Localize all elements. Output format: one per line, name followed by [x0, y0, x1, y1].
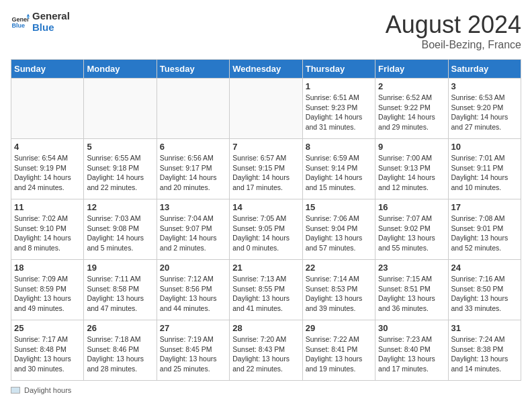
day-number: 30 — [378, 323, 445, 333]
calendar-day-cell: 22Sunrise: 7:14 AM Sunset: 8:53 PM Dayli… — [302, 260, 375, 320]
logo-icon: General Blue — [11, 13, 30, 32]
calendar-day-cell: 16Sunrise: 7:07 AM Sunset: 9:02 PM Dayli… — [375, 199, 448, 260]
location-title: Boeil-Bezing, France — [386, 39, 521, 51]
day-number: 18 — [14, 263, 81, 273]
day-number: 31 — [451, 323, 518, 333]
day-info: Sunrise: 7:12 AM Sunset: 8:56 PM Dayligh… — [160, 274, 226, 314]
day-info: Sunrise: 7:09 AM Sunset: 8:59 PM Dayligh… — [14, 274, 81, 314]
day-number: 22 — [306, 263, 372, 273]
calendar-day-cell: 12Sunrise: 7:03 AM Sunset: 9:08 PM Dayli… — [84, 199, 157, 260]
day-info: Sunrise: 7:22 AM Sunset: 8:41 PM Dayligh… — [306, 334, 372, 374]
day-number: 9 — [378, 142, 445, 152]
calendar-day-cell: 14Sunrise: 7:05 AM Sunset: 9:05 PM Dayli… — [230, 199, 302, 260]
day-number: 13 — [160, 202, 226, 212]
day-info: Sunrise: 7:20 AM Sunset: 8:43 PM Dayligh… — [232, 334, 299, 374]
calendar-day-cell: 7Sunrise: 6:57 AM Sunset: 9:15 PM Daylig… — [230, 139, 302, 199]
day-number: 24 — [451, 263, 518, 273]
calendar-day-cell — [11, 79, 84, 139]
day-info: Sunrise: 6:55 AM Sunset: 9:18 PM Dayligh… — [87, 153, 153, 193]
calendar-header-row: SundayMondayTuesdayWednesdayThursdayFrid… — [11, 60, 521, 79]
day-info: Sunrise: 6:59 AM Sunset: 9:14 PM Dayligh… — [306, 153, 372, 193]
calendar-day-cell: 20Sunrise: 7:12 AM Sunset: 8:56 PM Dayli… — [157, 260, 229, 320]
calendar-day-cell: 25Sunrise: 7:17 AM Sunset: 8:48 PM Dayli… — [11, 320, 84, 381]
day-info: Sunrise: 6:56 AM Sunset: 9:17 PM Dayligh… — [160, 153, 226, 193]
day-number: 29 — [306, 323, 372, 333]
logo-blue-text: Blue — [32, 22, 70, 34]
day-number: 7 — [232, 142, 299, 152]
day-number: 11 — [14, 202, 81, 212]
day-number: 2 — [378, 81, 445, 91]
legend-color-box — [11, 387, 20, 394]
day-info: Sunrise: 6:57 AM Sunset: 9:15 PM Dayligh… — [232, 153, 299, 193]
day-number: 15 — [306, 202, 372, 212]
month-year-title: August 2024 — [386, 11, 521, 39]
svg-text:Blue: Blue — [11, 22, 25, 29]
calendar-day-cell: 29Sunrise: 7:22 AM Sunset: 8:41 PM Dayli… — [302, 320, 375, 381]
day-info: Sunrise: 7:11 AM Sunset: 8:58 PM Dayligh… — [87, 274, 153, 314]
calendar-day-cell: 30Sunrise: 7:23 AM Sunset: 8:40 PM Dayli… — [375, 320, 448, 381]
day-number: 19 — [87, 263, 153, 273]
day-info: Sunrise: 7:18 AM Sunset: 8:46 PM Dayligh… — [87, 334, 153, 374]
legend-label: Daylight hours — [24, 386, 71, 394]
day-number: 1 — [306, 81, 372, 91]
calendar-day-cell: 9Sunrise: 7:00 AM Sunset: 9:13 PM Daylig… — [375, 139, 448, 199]
day-number: 17 — [451, 202, 518, 212]
day-info: Sunrise: 7:03 AM Sunset: 9:08 PM Dayligh… — [87, 214, 153, 253]
calendar-day-cell: 31Sunrise: 7:24 AM Sunset: 8:38 PM Dayli… — [448, 320, 521, 381]
calendar-day-cell: 3Sunrise: 6:53 AM Sunset: 9:20 PM Daylig… — [448, 79, 521, 139]
calendar-table: SundayMondayTuesdayWednesdayThursdayFrid… — [11, 59, 521, 381]
day-info: Sunrise: 6:52 AM Sunset: 9:22 PM Dayligh… — [378, 93, 445, 132]
calendar-day-cell: 13Sunrise: 7:04 AM Sunset: 9:07 PM Dayli… — [157, 199, 229, 260]
footer-legend: Daylight hours — [11, 386, 521, 394]
day-info: Sunrise: 6:53 AM Sunset: 9:20 PM Dayligh… — [451, 93, 518, 132]
day-info: Sunrise: 7:08 AM Sunset: 9:01 PM Dayligh… — [451, 214, 518, 253]
day-number: 14 — [232, 202, 299, 212]
calendar-day-cell — [230, 79, 302, 139]
logo-general-text: General — [32, 11, 70, 22]
calendar-day-cell: 11Sunrise: 7:02 AM Sunset: 9:10 PM Dayli… — [11, 199, 84, 260]
calendar-day-cell: 24Sunrise: 7:16 AM Sunset: 8:50 PM Dayli… — [448, 260, 521, 320]
calendar-day-cell — [84, 79, 157, 139]
logo: General Blue General Blue — [11, 11, 70, 33]
day-number: 4 — [14, 142, 81, 152]
day-number: 20 — [160, 263, 226, 273]
day-number: 6 — [160, 142, 226, 152]
day-info: Sunrise: 7:02 AM Sunset: 9:10 PM Dayligh… — [14, 214, 81, 253]
day-number: 3 — [451, 81, 518, 91]
day-of-week-header: Saturday — [448, 60, 521, 79]
title-area: August 2024 Boeil-Bezing, France — [386, 11, 521, 51]
day-info: Sunrise: 7:07 AM Sunset: 9:02 PM Dayligh… — [378, 214, 445, 253]
calendar-day-cell: 23Sunrise: 7:15 AM Sunset: 8:51 PM Dayli… — [375, 260, 448, 320]
day-number: 5 — [87, 142, 153, 152]
day-info: Sunrise: 7:06 AM Sunset: 9:04 PM Dayligh… — [306, 214, 372, 253]
calendar-day-cell — [157, 79, 229, 139]
calendar-day-cell: 4Sunrise: 6:54 AM Sunset: 9:19 PM Daylig… — [11, 139, 84, 199]
day-number: 26 — [87, 323, 153, 333]
day-info: Sunrise: 7:23 AM Sunset: 8:40 PM Dayligh… — [378, 334, 445, 374]
calendar-week-row: 25Sunrise: 7:17 AM Sunset: 8:48 PM Dayli… — [11, 320, 521, 381]
day-of-week-header: Tuesday — [157, 60, 229, 79]
day-number: 12 — [87, 202, 153, 212]
day-info: Sunrise: 6:51 AM Sunset: 9:23 PM Dayligh… — [306, 93, 372, 132]
calendar-day-cell: 5Sunrise: 6:55 AM Sunset: 9:18 PM Daylig… — [84, 139, 157, 199]
calendar-week-row: 1Sunrise: 6:51 AM Sunset: 9:23 PM Daylig… — [11, 79, 521, 139]
day-of-week-header: Monday — [84, 60, 157, 79]
day-info: Sunrise: 7:24 AM Sunset: 8:38 PM Dayligh… — [451, 334, 518, 374]
calendar-day-cell: 2Sunrise: 6:52 AM Sunset: 9:22 PM Daylig… — [375, 79, 448, 139]
calendar-week-row: 18Sunrise: 7:09 AM Sunset: 8:59 PM Dayli… — [11, 260, 521, 320]
day-info: Sunrise: 7:01 AM Sunset: 9:11 PM Dayligh… — [451, 153, 518, 193]
calendar-day-cell: 21Sunrise: 7:13 AM Sunset: 8:55 PM Dayli… — [230, 260, 302, 320]
day-number: 8 — [306, 142, 372, 152]
day-info: Sunrise: 6:54 AM Sunset: 9:19 PM Dayligh… — [14, 153, 81, 193]
day-of-week-header: Thursday — [302, 60, 375, 79]
day-number: 25 — [14, 323, 81, 333]
day-number: 23 — [378, 263, 445, 273]
calendar-day-cell: 27Sunrise: 7:19 AM Sunset: 8:45 PM Dayli… — [157, 320, 229, 381]
day-number: 10 — [451, 142, 518, 152]
calendar-day-cell: 18Sunrise: 7:09 AM Sunset: 8:59 PM Dayli… — [11, 260, 84, 320]
day-number: 28 — [232, 323, 299, 333]
day-info: Sunrise: 7:13 AM Sunset: 8:55 PM Dayligh… — [232, 274, 299, 314]
calendar-day-cell: 26Sunrise: 7:18 AM Sunset: 8:46 PM Dayli… — [84, 320, 157, 381]
calendar-day-cell: 17Sunrise: 7:08 AM Sunset: 9:01 PM Dayli… — [448, 199, 521, 260]
day-info: Sunrise: 7:15 AM Sunset: 8:51 PM Dayligh… — [378, 274, 445, 314]
